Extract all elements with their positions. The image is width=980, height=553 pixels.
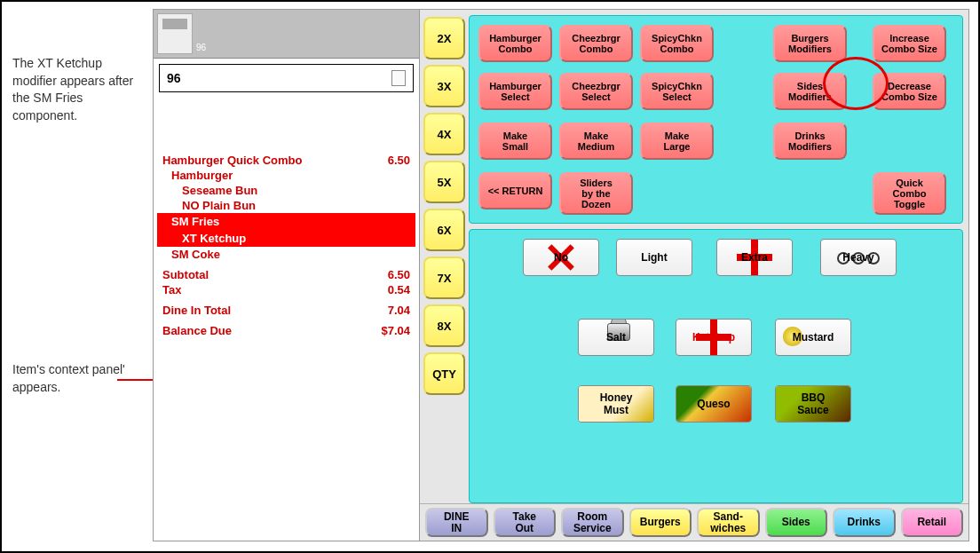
thumb-label: 96 [193, 43, 206, 54]
cheezbrgr-select-button[interactable]: Cheezbrgr Select [559, 73, 633, 110]
balance-due-line: Balance Due $7.04 [157, 323, 415, 338]
order-component[interactable]: SM Coke [157, 247, 415, 262]
mustard-button[interactable]: Mustard [775, 319, 851, 356]
qty-2x-button[interactable]: 2X [423, 17, 465, 59]
order-component-label: SM Fries [171, 215, 219, 228]
qty-4x-button[interactable]: 4X [423, 113, 465, 155]
order-component-label: Seseame Bun [182, 184, 257, 197]
tax-label: Tax [162, 283, 181, 296]
bbq-sauce-button[interactable]: BBQ Sauce [775, 385, 851, 423]
receipt-header: 96 [154, 10, 419, 59]
extra-modifier-label: Extra [741, 251, 768, 264]
order-component-label: SM Coke [171, 248, 220, 261]
pos-window: 96 96 Hamburger Quick Combo 6.50 Hamburg… [153, 9, 969, 541]
spicychkn-select-button[interactable]: SpicyChkn Select [640, 73, 714, 110]
quantity-column: 2X 3X 4X 5X 6X 7X 8X QTY [420, 10, 469, 503]
modifier-context-panel: No Light Extra Heavy [469, 229, 963, 503]
heavy-modifier-label: Heavy [842, 251, 873, 264]
make-large-button[interactable]: Make Large [640, 122, 714, 160]
make-small-button[interactable]: Make Small [478, 122, 552, 160]
order-component-label: NO Plain Bun [182, 199, 256, 212]
burgers-tab[interactable]: Burgers [629, 508, 692, 537]
no-modifier-label: No [554, 251, 568, 264]
room-service-tab[interactable]: Room Service [561, 508, 624, 537]
decrease-combo-size-button[interactable]: Decrease Combo Size [873, 73, 946, 110]
page-icon [391, 70, 406, 86]
honey-mustard-label: Honey Must [600, 391, 633, 416]
order-component-selected[interactable]: SM Fries [157, 213, 415, 230]
light-modifier-button[interactable]: Light [616, 239, 692, 276]
hamburger-select-button[interactable]: Hamburger Select [478, 73, 552, 110]
return-button[interactable]: << RETURN [478, 172, 552, 209]
sides-modifiers-button[interactable]: Sides Modifiers [773, 73, 847, 110]
category-panel: Hamburger Combo Cheezbrgr Combo SpicyChk… [469, 15, 963, 224]
spicychkn-combo-button[interactable]: SpicyChkn Combo [640, 25, 714, 62]
queso-button[interactable]: Queso [676, 385, 752, 423]
order-modifier-selected[interactable]: XT Ketchup [157, 230, 415, 247]
ketchup-label: Ketchup [692, 331, 735, 344]
panels-column: Hamburger Combo Cheezbrgr Combo SpicyChk… [469, 10, 968, 503]
drinks-tab[interactable]: Drinks [833, 508, 896, 537]
order-component[interactable]: Seseame Bun [157, 183, 415, 198]
salt-button[interactable]: Salt [578, 319, 654, 356]
take-out-tab[interactable]: Take Out [494, 508, 557, 537]
tax-value: 0.54 [388, 283, 410, 296]
ordertype-total-label: Dine In Total [162, 304, 231, 317]
sliders-dozen-button[interactable]: Sliders by the Dozen [559, 172, 633, 215]
balance-due-label: Balance Due [162, 324, 232, 337]
no-modifier-button[interactable]: No [523, 239, 599, 276]
subtotal-label: Subtotal [162, 268, 209, 281]
order-component-label: Hamburger [171, 169, 233, 182]
quick-combo-toggle-button[interactable]: Quick Combo Toggle [873, 172, 946, 215]
grid-area: 2X 3X 4X 5X 6X 7X 8X QTY Hamburger Combo… [420, 10, 968, 503]
balance-due-value: $7.04 [381, 324, 410, 337]
order-component[interactable]: NO Plain Bun [157, 198, 415, 213]
order-component[interactable]: Hamburger [157, 168, 415, 183]
hamburger-combo-button[interactable]: Hamburger Combo [478, 25, 552, 62]
receipt-body: Hamburger Quick Combo 6.50 Hamburger Ses… [154, 98, 419, 541]
ordertype-total-line: Dine In Total 7.04 [157, 303, 415, 318]
receipt-panel: 96 96 Hamburger Quick Combo 6.50 Hamburg… [154, 10, 420, 541]
cheezbrgr-combo-button[interactable]: Cheezbrgr Combo [559, 25, 633, 62]
qty-5x-button[interactable]: 5X [423, 161, 465, 203]
sides-tab[interactable]: Sides [765, 508, 828, 537]
order-item-price: 6.50 [388, 154, 410, 167]
dine-in-tab[interactable]: DINE IN [425, 508, 488, 537]
sandwiches-tab[interactable]: Sand- wiches [697, 508, 760, 537]
order-modifier-label: XT Ketchup [182, 232, 246, 245]
qty-8x-button[interactable]: 8X [423, 304, 465, 347]
burgers-modifiers-button[interactable]: Burgers Modifiers [773, 25, 847, 62]
qty-qty-button[interactable]: QTY [423, 352, 465, 395]
callout-text-1: The XT Ketchup modifier appears after th… [12, 55, 146, 124]
extra-modifier-button[interactable]: Extra [716, 239, 793, 276]
increase-combo-size-button[interactable]: Increase Combo Size [873, 25, 946, 62]
make-medium-button[interactable]: Make Medium [559, 122, 633, 160]
ordertype-total-value: 7.04 [388, 304, 410, 317]
mustard-label: Mustard [793, 331, 834, 344]
subtotal-value: 6.50 [388, 268, 410, 281]
honey-mustard-button[interactable]: Honey Must [578, 385, 654, 423]
salt-label: Salt [606, 331, 626, 344]
bottom-tab-bar: DINE IN Take Out Room Service Burgers Sa… [420, 503, 968, 541]
right-column: 2X 3X 4X 5X 6X 7X 8X QTY Hamburger Combo… [420, 10, 968, 541]
order-item-label: Hamburger Quick Combo [162, 154, 302, 167]
tax-line: Tax 0.54 [157, 282, 415, 297]
order-line-main[interactable]: Hamburger Quick Combo 6.50 [157, 153, 415, 168]
bbq-sauce-label: BBQ Sauce [797, 391, 828, 416]
drinks-modifiers-button[interactable]: Drinks Modifiers [773, 122, 847, 160]
document-icon[interactable] [157, 13, 193, 54]
subtotal-line: Subtotal 6.50 [157, 267, 415, 282]
qty-3x-button[interactable]: 3X [423, 65, 465, 107]
queso-label: Queso [697, 398, 730, 410]
ketchup-button[interactable]: Ketchup [676, 319, 752, 356]
qty-6x-button[interactable]: 6X [423, 209, 465, 251]
callout-text-2: Item's context panel' appears. [12, 361, 146, 396]
check-id-field[interactable]: 96 [159, 64, 414, 92]
heavy-modifier-button[interactable]: Heavy [820, 239, 897, 276]
check-id-value: 96 [167, 71, 181, 85]
qty-7x-button[interactable]: 7X [423, 257, 465, 299]
retail-tab[interactable]: Retail [901, 508, 964, 537]
light-modifier-label: Light [641, 251, 667, 264]
category-grid: Hamburger Combo Cheezbrgr Combo SpicyChk… [475, 21, 957, 217]
